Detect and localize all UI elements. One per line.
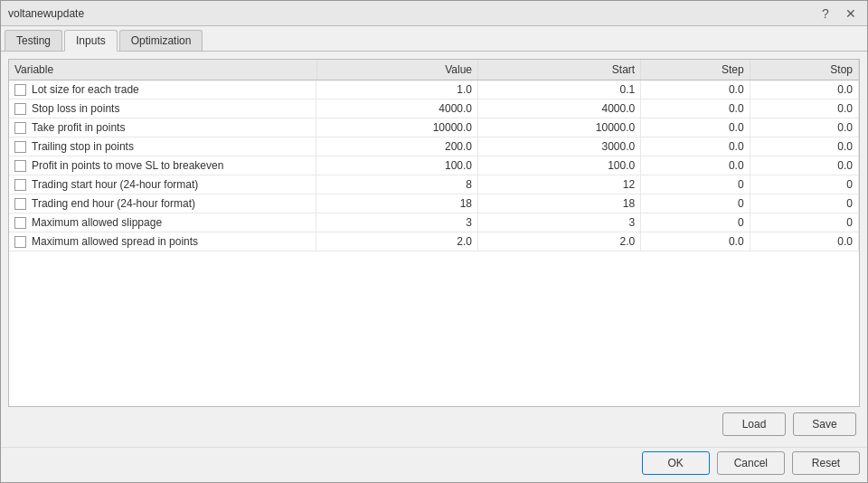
main-window: voltanewupdate ? ✕ Testing Inputs Optimi… — [0, 0, 868, 483]
variable-label: Trailing stop in points — [32, 140, 134, 153]
bottom-buttons: OK Cancel Reset — [1, 447, 867, 482]
row-checkbox[interactable] — [14, 122, 26, 134]
cell-value: 1.0 — [316, 80, 478, 99]
cell-step: 0 — [641, 213, 750, 232]
cell-variable: Trading end hour (24-hour format) — [9, 194, 316, 213]
table-row: Trading end hour (24-hour format)181800 — [9, 194, 859, 213]
table-row: Profit in points to move SL to breakeven… — [9, 156, 859, 175]
table-row: Stop loss in points4000.04000.00.00.0 — [9, 99, 859, 118]
variable-label: Maximum allowed spread in points — [32, 235, 198, 248]
table-row: Take profit in points10000.010000.00.00.… — [9, 118, 859, 137]
cell-start: 100.0 — [478, 156, 641, 175]
cell-stop: 0.0 — [750, 80, 858, 99]
cell-step: 0.0 — [641, 137, 750, 156]
row-checkbox[interactable] — [14, 217, 26, 229]
cell-value: 10000.0 — [316, 118, 478, 137]
cell-start: 18 — [478, 194, 641, 213]
cell-step: 0 — [641, 194, 750, 213]
row-checkbox[interactable] — [14, 198, 26, 210]
close-button[interactable]: ✕ — [842, 5, 860, 23]
row-checkbox[interactable] — [14, 141, 26, 153]
col-header-step: Step — [641, 60, 750, 80]
tab-optimization[interactable]: Optimization — [119, 30, 203, 51]
cell-value: 8 — [316, 175, 478, 194]
save-button[interactable]: Save — [793, 412, 856, 436]
row-checkbox[interactable] — [14, 84, 26, 96]
variable-label: Maximum allowed slippage — [32, 216, 162, 229]
title-bar: voltanewupdate ? ✕ — [1, 1, 867, 26]
table-row: Maximum allowed slippage3300 — [9, 213, 859, 232]
help-button[interactable]: ? — [816, 5, 835, 23]
cell-stop: 0.0 — [750, 137, 858, 156]
inputs-table: Variable Value Start Step Stop Lot size … — [9, 60, 859, 251]
cell-value: 18 — [316, 194, 478, 213]
cell-step: 0.0 — [641, 156, 750, 175]
cell-start: 2.0 — [478, 232, 641, 251]
cell-variable: Profit in points to move SL to breakeven — [9, 156, 316, 175]
ok-button[interactable]: OK — [642, 451, 710, 475]
variable-label: Take profit in points — [32, 121, 125, 134]
cell-stop: 0.0 — [750, 232, 858, 251]
col-header-start: Start — [478, 60, 641, 80]
cell-value: 2.0 — [316, 232, 478, 251]
cell-stop: 0 — [750, 194, 858, 213]
cell-start: 12 — [478, 175, 641, 194]
cell-variable: Maximum allowed spread in points — [9, 232, 316, 251]
cell-value: 3 — [316, 213, 478, 232]
cell-value: 4000.0 — [316, 99, 478, 118]
cell-value: 200.0 — [316, 137, 478, 156]
footer-buttons: Load Save — [8, 407, 860, 440]
col-header-stop: Stop — [750, 60, 858, 80]
cell-stop: 0 — [750, 213, 858, 232]
variable-label: Trading start hour (24-hour format) — [32, 178, 198, 191]
cell-stop: 0.0 — [750, 156, 858, 175]
table-header-row: Variable Value Start Step Stop — [9, 60, 859, 80]
cell-variable: Lot size for each trade — [9, 80, 316, 99]
cell-step: 0.0 — [641, 118, 750, 137]
cell-start: 4000.0 — [478, 99, 641, 118]
cell-variable: Take profit in points — [9, 118, 316, 137]
reset-button[interactable]: Reset — [792, 451, 860, 475]
cell-start: 3 — [478, 213, 641, 232]
tab-content: Variable Value Start Step Stop Lot size … — [1, 52, 867, 447]
col-header-variable: Variable — [9, 60, 316, 80]
title-bar-controls: ? ✕ — [816, 5, 860, 23]
cell-step: 0 — [641, 175, 750, 194]
row-checkbox[interactable] — [14, 160, 26, 172]
load-button[interactable]: Load — [722, 412, 786, 436]
cell-variable: Stop loss in points — [9, 99, 316, 118]
variable-label: Lot size for each trade — [32, 83, 139, 96]
col-header-value: Value — [316, 60, 478, 80]
cell-stop: 0.0 — [750, 99, 858, 118]
cell-step: 0.0 — [641, 80, 750, 99]
cell-start: 0.1 — [478, 80, 641, 99]
tab-bar: Testing Inputs Optimization — [1, 26, 867, 52]
cell-variable: Trailing stop in points — [9, 137, 316, 156]
cell-stop: 0 — [750, 175, 858, 194]
row-checkbox[interactable] — [14, 103, 26, 115]
row-checkbox[interactable] — [14, 179, 26, 191]
table-row: Maximum allowed spread in points2.02.00.… — [9, 232, 859, 251]
variable-label: Trading end hour (24-hour format) — [32, 197, 195, 210]
variable-label: Profit in points to move SL to breakeven — [32, 159, 223, 172]
cell-variable: Maximum allowed slippage — [9, 213, 316, 232]
tab-testing[interactable]: Testing — [5, 30, 62, 51]
table-row: Lot size for each trade1.00.10.00.0 — [9, 80, 859, 99]
window-title: voltanewupdate — [8, 7, 84, 20]
cell-value: 100.0 — [316, 156, 478, 175]
row-checkbox[interactable] — [14, 236, 26, 248]
table-row: Trailing stop in points200.03000.00.00.0 — [9, 137, 859, 156]
cell-start: 3000.0 — [478, 137, 641, 156]
cell-variable: Trading start hour (24-hour format) — [9, 175, 316, 194]
cell-step: 0.0 — [641, 232, 750, 251]
variable-label: Stop loss in points — [32, 102, 119, 115]
cell-step: 0.0 — [641, 99, 750, 118]
inputs-table-container: Variable Value Start Step Stop Lot size … — [8, 59, 860, 407]
cell-start: 10000.0 — [478, 118, 641, 137]
cancel-button[interactable]: Cancel — [717, 451, 785, 475]
table-row: Trading start hour (24-hour format)81200 — [9, 175, 859, 194]
tab-inputs[interactable]: Inputs — [64, 30, 118, 52]
cell-stop: 0.0 — [750, 118, 858, 137]
